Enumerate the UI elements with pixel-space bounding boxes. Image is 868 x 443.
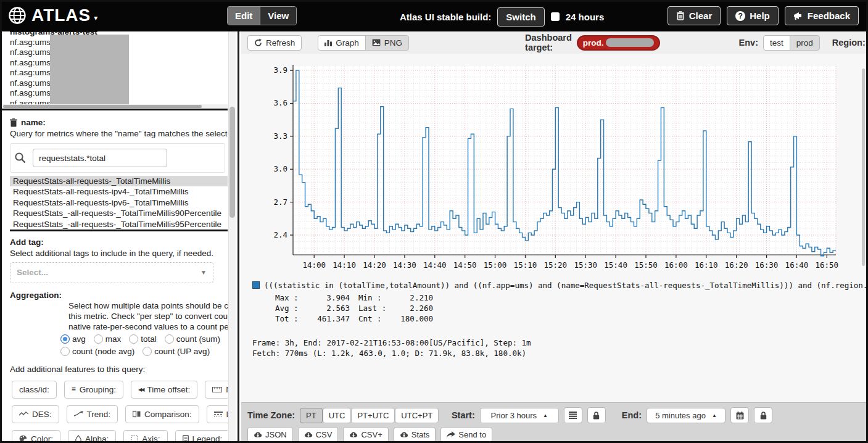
asg-listbox[interactable]: histograms-alerts-test nf.asg:ums- nf.as… [2, 31, 228, 110]
metric-result-item[interactable]: RequestStats-all-requests-ipv6-_TotalTim… [10, 197, 228, 208]
png-tab-button[interactable]: PNG [365, 35, 409, 51]
download-csv-plus-button[interactable]: CSV+ [343, 427, 388, 442]
end-lock-button[interactable] [754, 407, 772, 423]
download-stats-button[interactable]: Stats [394, 427, 436, 442]
radio-count-node-avg[interactable]: count (node avg) [60, 347, 134, 356]
chevron-down-icon: ▼ [200, 269, 207, 276]
megaphone-icon [793, 12, 803, 20]
tz-utc-pt-button[interactable]: UTC+PT [395, 408, 439, 423]
brand-caret-icon[interactable]: ▾ [94, 14, 97, 22]
trash-icon[interactable] [10, 118, 17, 127]
series-swatch[interactable] [252, 281, 260, 289]
graph-tab-button[interactable]: Graph [318, 35, 366, 51]
main-scrollbar-thumb[interactable] [862, 68, 865, 266]
color-button[interactable]: Color: [12, 430, 60, 441]
metric-result-item[interactable]: RequestStats_-all-requests-_TotalTimeMil… [10, 208, 228, 218]
clear-button[interactable]: Clear [668, 6, 721, 25]
metric-result-item[interactable]: RequestStats_-all-requests-_TotalTimeMil… [10, 219, 228, 230]
start-list-button[interactable] [564, 407, 582, 423]
dashboard-main: Refresh Graph PNG Dashboard target: prod… [241, 31, 866, 441]
svg-text:15:10: 15:10 [514, 260, 537, 270]
24-hours-checkbox[interactable] [551, 12, 560, 21]
add-tag-select[interactable]: Select... ▼ [10, 262, 213, 283]
timezone-label: Time Zone: [247, 410, 295, 420]
end-label: End: [622, 410, 642, 420]
caret-up-icon: ▲ [543, 413, 548, 418]
asg-horizontal-scrollbar[interactable] [2, 104, 228, 109]
asg-item[interactable]: nf.asg:ums- [10, 109, 228, 110]
alpha-button[interactable]: Alpha: [68, 430, 116, 441]
math-button[interactable]: M [205, 381, 228, 399]
radio-max-control[interactable] [94, 334, 103, 344]
switch-build-button[interactable]: Switch [497, 7, 544, 27]
metric-result-item[interactable]: RequestStats-all-requests-ipv4-_TotalTim… [10, 186, 228, 197]
tz-pt-utc-button[interactable]: PT+UTC [351, 408, 395, 423]
download-csv-button[interactable]: CSV [298, 427, 339, 442]
start-label: Start: [452, 410, 475, 420]
svg-text:3.9: 3.9 [273, 65, 287, 75]
aggregation-description-line: this metric. Check "per step" to convert… [68, 312, 228, 321]
svg-text:16:20: 16:20 [725, 260, 748, 270]
rewind-icon: ◀◀ [138, 387, 143, 392]
comparison-button[interactable]: Comparison: [125, 405, 199, 423]
trend-button[interactable]: Trend: [67, 405, 118, 423]
add-tag-description: Select additional tags to include in the… [10, 249, 228, 258]
refresh-button[interactable]: Refresh [247, 35, 302, 51]
brand-area[interactable]: ATLAS ▾ [8, 6, 97, 25]
download-json-button[interactable]: JSON [247, 427, 293, 442]
time-series-chart[interactable]: 2.42.73.03.33.63.914:0014:1014:2014:3014… [242, 60, 866, 277]
axis-icon [131, 435, 138, 441]
time-offset-button[interactable]: ◀◀ Time offset: [131, 381, 197, 399]
features-title: Add additional features to this query: [10, 365, 228, 374]
class-id-button[interactable]: class/id: [12, 381, 57, 399]
radio-max[interactable]: max [94, 334, 122, 344]
radio-count-node-avg-control[interactable] [60, 347, 70, 356]
dashboard-target-pill[interactable]: prod. [577, 35, 660, 51]
svg-text:15:00: 15:00 [484, 260, 507, 270]
metric-result-item[interactable]: RequestStats-all-requests-_TotalTimeMill… [10, 176, 228, 186]
env-test-button[interactable]: test [763, 35, 790, 51]
env-label: Env: [739, 38, 758, 48]
stable-build-label: Atlas UI stable build: [400, 12, 491, 22]
feedback-button[interactable]: Feedback [785, 6, 859, 25]
line-style-button[interactable]: Line [207, 405, 228, 423]
radio-total-control[interactable] [129, 334, 138, 344]
grouping-button[interactable]: ≡ Grouping: [64, 381, 123, 399]
radio-avg[interactable]: avg [60, 334, 86, 344]
sidebar-scrollbar-thumb[interactable] [229, 107, 235, 218]
axis-button[interactable]: Axis: [123, 430, 167, 441]
palette-icon [19, 435, 27, 441]
metric-search-input[interactable] [33, 149, 167, 167]
radio-total[interactable]: total [129, 334, 157, 344]
lock-icon [593, 412, 600, 420]
help-button[interactable]: ? Help [727, 6, 779, 25]
end-dropdown[interactable]: 5 minutes ago▲ [647, 408, 725, 423]
query-sidebar: histograms-alerts-test nf.asg:ums- nf.as… [2, 31, 239, 441]
cloud-download-icon [304, 431, 313, 438]
tz-pt-button[interactable]: PT [300, 408, 323, 423]
region-label: Region: [832, 38, 866, 48]
radio-avg-control[interactable] [60, 334, 70, 344]
radio-count-sum-control[interactable] [165, 334, 174, 344]
send-to-button[interactable]: Send to [440, 427, 492, 442]
radio-count-sum[interactable]: count (sum) [165, 334, 220, 344]
question-icon: ? [735, 11, 745, 21]
env-prod-button[interactable]: prod [790, 35, 820, 51]
start-lock-button[interactable] [587, 407, 606, 423]
edit-button[interactable]: Edit [228, 7, 260, 25]
sidebar-scrollbar[interactable] [228, 31, 236, 441]
chart-canvas[interactable]: 2.42.73.03.33.63.914:0014:1014:2014:3014… [242, 60, 862, 275]
name-section-description: Query for metrics where the "name" tag m… [10, 129, 228, 138]
view-button[interactable]: View [260, 7, 296, 25]
radio-count-up-avg-control[interactable] [143, 347, 152, 356]
tz-utc-button[interactable]: UTC [323, 408, 352, 423]
cloud-download-icon [254, 431, 262, 438]
start-dropdown[interactable]: Prior 3 hours▲ [480, 408, 559, 423]
des-button[interactable]: DES: [12, 405, 59, 423]
end-calendar-button[interactable] [730, 407, 749, 423]
lock-icon [760, 412, 767, 420]
trash-icon [676, 11, 685, 20]
calendar-icon [736, 412, 744, 420]
legend-button[interactable]: Legend: [175, 430, 228, 441]
radio-count-up-avg[interactable]: count (UP avg) [143, 347, 210, 356]
